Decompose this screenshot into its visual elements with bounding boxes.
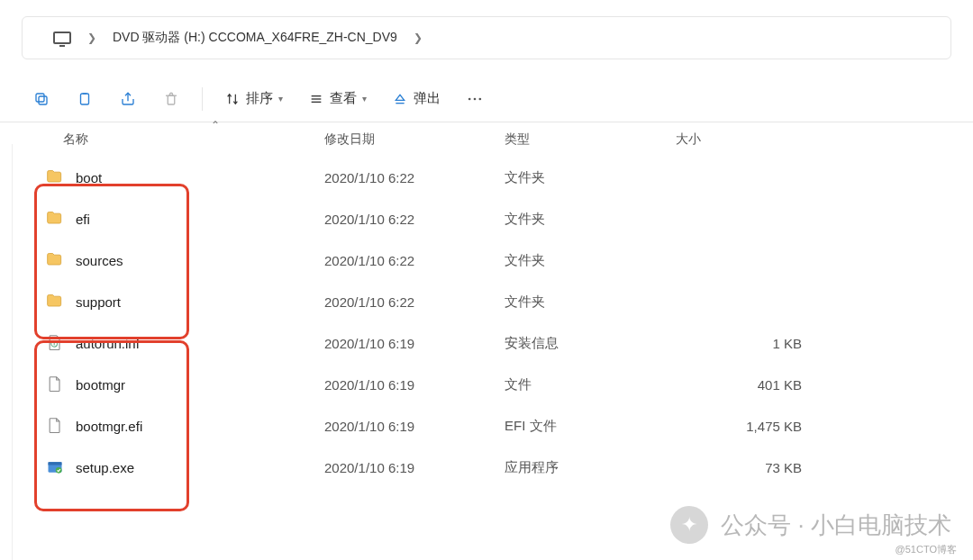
file-name: sources (76, 253, 123, 268)
column-type[interactable]: 类型 (505, 131, 676, 148)
file-list: boot2020/1/10 6:22文件夹efi2020/1/10 6:22文件… (0, 157, 973, 488)
file-type: 安装信息 (505, 335, 676, 352)
file-name: bootmgr.efi (76, 419, 142, 434)
file-date: 2020/1/10 6:22 (324, 253, 505, 268)
file-row[interactable]: setup.exe2020/1/10 6:19应用程序73 KB (0, 447, 973, 488)
exe-icon (45, 457, 65, 477)
svg-rect-0 (39, 96, 47, 104)
nav-gutter (7, 144, 13, 560)
file-date: 2020/1/10 6:22 (324, 294, 505, 310)
file-row[interactable]: efi2020/1/10 6:22文件夹 (0, 198, 973, 239)
sort-indicator-icon: ⌃ (211, 119, 220, 131)
column-headers: ⌃ 名称 修改日期 类型 大小 (0, 122, 973, 157)
svg-rect-3 (168, 95, 175, 104)
file-name: support (76, 294, 121, 310)
file-type: 文件夹 (505, 211, 676, 228)
folder-icon (45, 292, 65, 312)
pc-icon (53, 32, 71, 44)
file-date: 2020/1/10 6:19 (324, 377, 505, 393)
copy-button[interactable] (22, 81, 61, 117)
file-date: 2020/1/10 6:19 (324, 419, 505, 434)
folder-icon (45, 167, 65, 187)
eject-label: 弹出 (414, 90, 441, 107)
file-date: 2020/1/10 6:22 (324, 212, 505, 227)
breadcrumb-root[interactable] (44, 17, 80, 59)
view-menu[interactable]: 查看 ▾ (297, 81, 377, 117)
file-name: efi (76, 212, 90, 227)
file-type: 文件夹 (505, 294, 676, 311)
chevron-down-icon: ▾ (362, 94, 367, 104)
file-size: 1,475 KB (676, 419, 838, 434)
file-row[interactable]: bootmgr2020/1/10 6:19文件401 KB (0, 364, 973, 405)
svg-rect-1 (36, 94, 44, 102)
sort-icon (224, 92, 241, 106)
file-type: 文件夹 (505, 169, 676, 186)
folder-icon (45, 209, 65, 229)
column-date[interactable]: 修改日期 (324, 131, 505, 148)
file-size: 401 KB (676, 377, 838, 393)
chevron-down-icon: ▾ (278, 94, 283, 104)
paste-button[interactable] (65, 81, 105, 117)
watermark-footer: @51CTO博客 (896, 543, 957, 556)
file-name: bootmgr (76, 377, 125, 393)
file-size: 1 KB (676, 336, 838, 351)
sort-menu[interactable]: 排序 ▾ (214, 81, 294, 117)
file-name: autorun.inf (76, 336, 140, 351)
sort-label: 排序 (246, 90, 273, 107)
more-button[interactable] (455, 81, 495, 117)
column-name[interactable]: 名称 (0, 131, 324, 148)
svg-rect-2 (81, 94, 89, 104)
delete-button[interactable] (151, 81, 191, 117)
file-row[interactable]: sources2020/1/10 6:22文件夹 (0, 239, 973, 281)
view-icon (308, 92, 324, 106)
file-type: 应用程序 (505, 459, 676, 476)
file-row[interactable]: bootmgr.efi2020/1/10 6:19EFI 文件1,475 KB (0, 405, 973, 447)
watermark-text: 公众号 · 小白电脑技术 (721, 510, 951, 541)
file-date: 2020/1/10 6:19 (324, 336, 505, 351)
column-size[interactable]: 大小 (676, 131, 838, 148)
wechat-icon: ✦ (670, 506, 708, 544)
toolbar: 排序 ▾ 查看 ▾ 弹出 (0, 76, 973, 122)
svg-point-9 (474, 97, 477, 100)
folder-icon (45, 250, 65, 270)
toolbar-separator (202, 87, 203, 111)
breadcrumb-drive[interactable]: DVD 驱动器 (H:) CCCOMA_X64FRE_ZH-CN_DV9 (104, 17, 406, 59)
file-icon (45, 375, 65, 394)
file-row[interactable]: support2020/1/10 6:22文件夹 (0, 281, 973, 322)
file-name: boot (76, 170, 102, 185)
eject-button[interactable]: 弹出 (381, 81, 451, 117)
inf-icon (45, 333, 65, 353)
file-name: setup.exe (76, 460, 134, 475)
file-type: EFI 文件 (505, 418, 676, 435)
watermark: ✦ 公众号 · 小白电脑技术 (670, 506, 951, 544)
file-row[interactable]: boot2020/1/10 6:22文件夹 (0, 157, 973, 198)
file-date: 2020/1/10 6:22 (324, 170, 505, 185)
file-icon (45, 416, 65, 436)
svg-point-10 (479, 97, 482, 100)
svg-point-8 (468, 97, 471, 100)
chevron-right-icon: ❯ (80, 32, 104, 44)
file-size: 73 KB (676, 460, 838, 475)
chevron-right-icon: ❯ (406, 32, 430, 44)
address-bar[interactable]: ❯ DVD 驱动器 (H:) CCCOMA_X64FRE_ZH-CN_DV9 ❯ (22, 16, 951, 59)
file-row[interactable]: autorun.inf2020/1/10 6:19安装信息1 KB (0, 322, 973, 364)
eject-icon (392, 92, 408, 106)
share-button[interactable] (108, 81, 148, 117)
file-date: 2020/1/10 6:19 (324, 460, 505, 475)
file-type: 文件夹 (505, 252, 676, 269)
file-type: 文件 (505, 376, 676, 393)
view-label: 查看 (330, 90, 357, 107)
